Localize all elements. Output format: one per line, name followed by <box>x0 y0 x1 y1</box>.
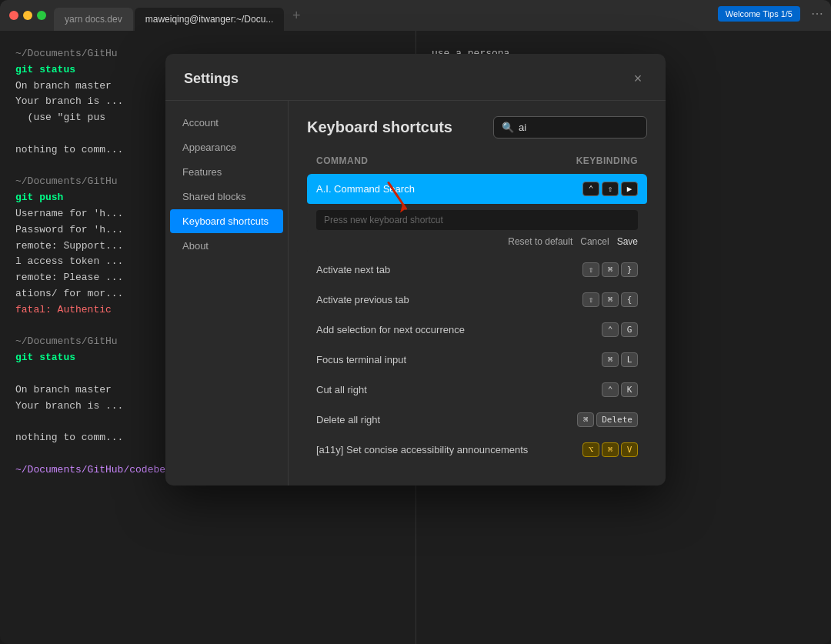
shortcut-input-placeholder: Press new keyboard shortcut <box>324 215 630 225</box>
modal-body: Account Appearance Features Shared block… <box>165 101 666 486</box>
window-chrome: yarn docs.dev maweiqing@itwanger:~/Docu.… <box>0 0 831 31</box>
command-label: [a11y] Set concise accessibility announc… <box>316 444 528 455</box>
save-button[interactable]: Save <box>617 236 638 247</box>
shortcut-rows[interactable]: A.I. Command Search ⌃ ⇧ ▶ Press new keyb… <box>307 174 647 466</box>
sidebar-item-appearance[interactable]: Appearance <box>170 135 283 159</box>
sidebar-item-features[interactable]: Features <box>170 160 283 184</box>
col-command: Command <box>316 155 369 166</box>
section-header: Keyboard shortcuts 🔍 <box>307 116 647 138</box>
keybinding: ⌃ K <box>602 382 638 397</box>
sidebar-item-account[interactable]: Account <box>170 111 283 135</box>
key-shift: ⇧ <box>602 182 619 196</box>
editing-actions: Reset to default Cancel Save <box>316 236 638 247</box>
col-keybinding: Keybinding <box>576 155 638 166</box>
cancel-button[interactable]: Cancel <box>580 236 609 247</box>
key-k: K <box>621 382 638 397</box>
shortcut-row-focus-terminal[interactable]: Focus terminal input ⌘ L <box>307 345 647 375</box>
key-brace-left: { <box>621 292 638 307</box>
shortcut-row-a11y-verbose[interactable]: [a11y] Set verbose accessibility announc… <box>307 465 647 466</box>
key-cmd: ⌘ <box>577 412 594 427</box>
search-input[interactable] <box>519 122 639 133</box>
terminal-background: yarn docs.dev maweiqing@itwanger:~/Docu.… <box>0 0 831 644</box>
key-l: L <box>621 352 638 367</box>
shortcuts-table: Command Keybinding A.I. Command Search ⌃… <box>307 151 647 466</box>
keybinding: ⌃ G <box>602 322 638 337</box>
command-label: Focus terminal input <box>316 354 406 365</box>
sidebar-item-about[interactable]: About <box>170 234 283 258</box>
key-v: V <box>621 442 638 457</box>
close-traffic-light[interactable] <box>9 11 18 20</box>
command-label: Cut all right <box>316 384 367 395</box>
keybinding: ⌘ Delete <box>577 412 638 427</box>
minimize-traffic-light[interactable] <box>23 11 32 20</box>
keybinding: ⇧ ⌘ } <box>582 262 638 277</box>
modal-header: Settings × <box>165 54 666 101</box>
modal-title: Settings <box>184 71 239 87</box>
settings-sidebar: Account Appearance Features Shared block… <box>165 101 289 486</box>
table-header: Command Keybinding <box>307 151 647 171</box>
key-ctrl: ⌃ <box>602 322 619 337</box>
key-delete: Delete <box>596 412 638 427</box>
tab-terminal[interactable]: maweiqing@itwanger:~/Docu... <box>135 8 285 31</box>
sidebar-item-shared-blocks[interactable]: Shared blocks <box>170 185 283 209</box>
key-cmd: ⌘ <box>602 442 619 457</box>
tab-yarn-docs[interactable]: yarn docs.dev <box>54 8 133 31</box>
keybinding: ⌃ ⇧ ▶ <box>582 182 638 196</box>
keybinding: ⌘ L <box>602 352 638 367</box>
settings-content: Keyboard shortcuts 🔍 Command Keybinding <box>289 101 666 486</box>
shortcut-row-cut-right[interactable]: Cut all right ⌃ K <box>307 375 647 405</box>
key-ctrl: ⌃ <box>582 182 599 196</box>
key-cmd: ⌘ <box>602 352 619 367</box>
key-brace: } <box>621 262 638 277</box>
key-g: G <box>621 322 638 337</box>
maximize-traffic-light[interactable] <box>37 11 46 20</box>
key-shift: ⇧ <box>582 292 599 307</box>
reset-to-default-button[interactable]: Reset to default <box>508 236 572 247</box>
shortcut-input-row[interactable]: Press new keyboard shortcut <box>316 210 638 230</box>
command-label: A.I. Command Search <box>316 183 415 195</box>
keybinding: ⇧ ⌘ { <box>582 292 638 307</box>
tab-bar: yarn docs.dev maweiqing@itwanger:~/Docu.… <box>46 0 831 31</box>
command-label: Add selection for next occurrence <box>316 324 465 335</box>
settings-modal: Settings × Account Appearance Features S… <box>165 54 666 486</box>
shortcut-row-delete-right[interactable]: Delete all right ⌘ Delete <box>307 405 647 435</box>
keybinding: ⌥ ⌘ V <box>582 442 638 457</box>
key-cmd: ⌘ <box>602 292 619 307</box>
key-option: ⌥ <box>582 442 599 457</box>
key-arrow: ▶ <box>621 182 638 196</box>
welcome-tips-button[interactable]: Welcome Tips 1/5 <box>718 6 800 22</box>
command-label: Delete all right <box>316 414 380 425</box>
shortcut-row-prev-tab[interactable]: Activate previous tab ⇧ ⌘ { <box>307 285 647 315</box>
key-cmd: ⌘ <box>602 262 619 277</box>
shortcut-row-editing: Press new keyboard shortcut Reset to def… <box>307 204 647 253</box>
sidebar-item-keyboard-shortcuts[interactable]: Keyboard shortcuts <box>170 209 283 233</box>
shortcut-row-next-tab[interactable]: Activate next tab ⇧ ⌘ } <box>307 255 647 285</box>
search-box[interactable]: 🔍 <box>493 116 647 138</box>
command-label: Activate previous tab <box>316 294 409 305</box>
more-options-button[interactable]: ⋯ <box>811 6 823 21</box>
shortcut-row-a11y-concise[interactable]: [a11y] Set concise accessibility announc… <box>307 435 647 465</box>
key-ctrl: ⌃ <box>602 382 619 397</box>
add-tab-button[interactable]: + <box>285 5 307 26</box>
shortcut-row-add-selection[interactable]: Add selection for next occurrence ⌃ G <box>307 315 647 345</box>
command-label: Activate next tab <box>316 264 390 275</box>
section-title: Keyboard shortcuts <box>307 118 452 136</box>
search-icon: 🔍 <box>502 122 514 133</box>
key-shift: ⇧ <box>582 262 599 277</box>
close-modal-button[interactable]: × <box>629 69 647 88</box>
shortcut-row-ai-command[interactable]: A.I. Command Search ⌃ ⇧ ▶ <box>307 174 647 204</box>
